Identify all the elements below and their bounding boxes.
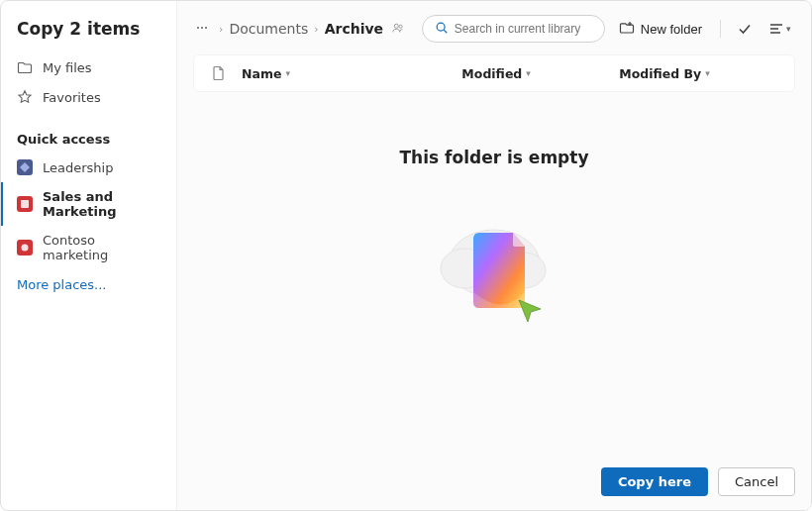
- sidebar: Copy 2 items My files Favorites Quick ac…: [1, 1, 177, 510]
- search-icon: [435, 21, 449, 38]
- svg-point-2: [197, 27, 199, 29]
- column-modified-by[interactable]: Modified By ▾: [619, 66, 776, 81]
- people-icon: [391, 21, 405, 38]
- breadcrumb: › Documents › Archive: [219, 21, 405, 38]
- svg-point-4: [205, 27, 207, 29]
- sidebar-item-leadership[interactable]: Leadership: [1, 153, 176, 182]
- column-modified[interactable]: Modified ▾: [461, 66, 619, 81]
- sidebar-item-my-files[interactable]: My files: [1, 52, 176, 82]
- svg-point-3: [201, 27, 203, 29]
- svg-point-7: [437, 23, 445, 31]
- chevron-right-icon: ›: [314, 23, 318, 36]
- search-box[interactable]: [422, 15, 605, 43]
- confirm-button[interactable]: [733, 17, 757, 41]
- sidebar-item-label: Leadership: [43, 160, 113, 175]
- sidebar-item-favorites[interactable]: Favorites: [1, 82, 176, 112]
- sidebar-section-header: Quick access: [1, 112, 176, 153]
- sidebar-item-label: Sales and Marketing: [43, 189, 160, 219]
- view-options-button[interactable]: ▾: [764, 17, 795, 41]
- folder-icon: [17, 59, 33, 75]
- dialog-title: Copy 2 items: [1, 19, 176, 52]
- chevron-down-icon: ▾: [786, 24, 791, 34]
- breadcrumb-overflow-button[interactable]: [193, 19, 211, 40]
- breadcrumb-current[interactable]: Archive: [325, 21, 383, 37]
- breadcrumb-parent[interactable]: Documents: [229, 21, 308, 37]
- site-icon: [17, 159, 33, 175]
- search-input[interactable]: [455, 22, 592, 36]
- new-folder-button[interactable]: New folder: [613, 16, 708, 43]
- column-label: Modified By: [619, 66, 701, 81]
- sidebar-item-label: My files: [43, 60, 92, 75]
- column-name[interactable]: Name ▾: [242, 66, 461, 81]
- chevron-down-icon: ▾: [526, 68, 531, 78]
- sidebar-item-contoso-marketing[interactable]: Contoso marketing: [1, 226, 176, 269]
- more-places-link[interactable]: More places...: [1, 269, 176, 300]
- divider: [720, 20, 721, 38]
- chevron-right-icon: ›: [219, 23, 223, 36]
- chevron-down-icon: ▾: [705, 68, 710, 78]
- empty-state-title: This folder is empty: [400, 148, 589, 167]
- copy-here-button[interactable]: Copy here: [601, 467, 708, 496]
- svg-rect-0: [21, 200, 29, 208]
- star-icon: [17, 89, 33, 105]
- empty-folder-illustration: [420, 189, 568, 338]
- column-label: Name: [242, 66, 281, 81]
- sidebar-item-sales-and-marketing[interactable]: Sales and Marketing: [1, 182, 176, 226]
- sidebar-item-label: Favorites: [43, 90, 101, 105]
- topbar: › Documents › Archive New folder: [177, 1, 811, 52]
- new-folder-label: New folder: [641, 22, 702, 37]
- cancel-button[interactable]: Cancel: [718, 467, 795, 496]
- sidebar-item-label: Contoso marketing: [43, 233, 160, 262]
- column-file-type[interactable]: [212, 65, 242, 81]
- main-panel: › Documents › Archive New folder: [177, 1, 811, 510]
- site-icon: [17, 196, 33, 212]
- new-folder-icon: [619, 20, 635, 39]
- svg-point-1: [22, 245, 29, 252]
- chevron-down-icon: ▾: [285, 68, 290, 78]
- svg-point-5: [394, 24, 398, 28]
- column-label: Modified: [461, 66, 522, 81]
- dialog-footer: Copy here Cancel: [177, 456, 811, 510]
- column-header-row: Name ▾ Modified ▾ Modified By ▾: [193, 54, 795, 92]
- svg-point-6: [399, 25, 402, 28]
- site-icon: [17, 240, 33, 256]
- empty-state: This folder is empty: [177, 92, 811, 456]
